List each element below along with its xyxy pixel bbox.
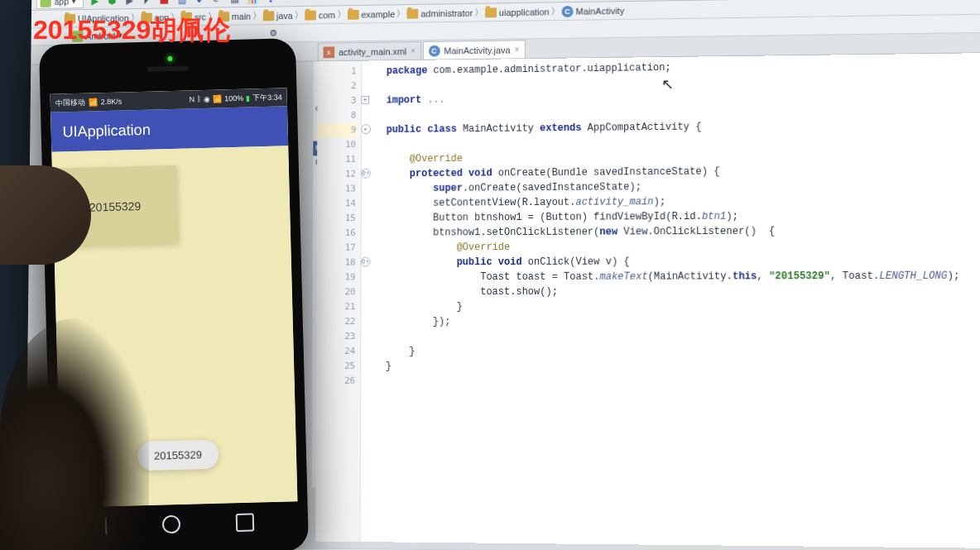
gear-icon[interactable]: ⚙ <box>267 28 279 39</box>
clock-label: 下午3:34 <box>252 92 282 103</box>
crumb-com[interactable]: com <box>303 10 337 20</box>
folder-icon <box>485 7 497 17</box>
recents-button[interactable] <box>235 513 254 532</box>
class-icon: C <box>429 45 440 56</box>
battery-icon: ▮ <box>246 94 250 103</box>
notification-led <box>167 56 172 61</box>
earpiece <box>147 65 189 71</box>
app-title: UIApplication <box>62 121 151 141</box>
override-icon[interactable]: o↑ <box>361 257 371 267</box>
folder-icon <box>407 8 419 18</box>
folder-icon <box>262 11 274 21</box>
run-button[interactable]: ▶ <box>89 0 101 7</box>
toast-message: 20155329 <box>137 440 219 471</box>
profile-button[interactable]: ⏵ <box>141 0 153 7</box>
override-icon[interactable]: o↑ <box>361 169 371 179</box>
line-gutter: 1 2 3+ 8 9▸ 10 11 12o↑ 13 14 15 16 17 18… <box>315 61 362 542</box>
location-icon: ◉ <box>204 95 210 103</box>
wifi-icon: 📶 <box>213 94 222 103</box>
crumb-admin[interactable]: administrator <box>406 7 474 18</box>
home-button[interactable] <box>162 515 181 534</box>
android-icon <box>40 0 50 7</box>
folder-icon <box>348 9 359 19</box>
tab-label: activity_main.xml <box>339 46 406 57</box>
run-config-label: app <box>55 0 70 6</box>
battery-label: 100% <box>224 94 243 103</box>
tab-label: MainActivity.java <box>444 45 510 55</box>
avd-button[interactable]: ▥ <box>175 0 189 6</box>
code-area[interactable]: package com.example.administrator.uiappl… <box>378 53 980 548</box>
monitor-button[interactable]: 📊 <box>246 0 259 5</box>
run-gutter-icon[interactable]: ▸ <box>361 124 371 134</box>
crumb-java[interactable]: java <box>262 11 295 21</box>
run-config-dropdown[interactable]: app ▾ <box>36 0 84 8</box>
class-icon: C <box>562 5 574 17</box>
crumb-class[interactable]: CMainActivity <box>560 5 627 17</box>
sync-button[interactable]: ⟳ <box>210 0 223 5</box>
tab-activity-main[interactable]: x activity_main.xml × <box>318 41 421 60</box>
tab-mainactivity[interactable]: C MainActivity.java × <box>423 40 526 59</box>
help-button[interactable]: ? <box>267 0 276 7</box>
sdk-button[interactable]: ⬇ <box>193 0 206 6</box>
stop-button[interactable] <box>158 0 171 6</box>
attach-button[interactable]: ▶ <box>123 0 136 7</box>
nfc-icon: N <box>190 95 195 103</box>
xml-icon: x <box>324 46 335 58</box>
cursor-icon: ↖ <box>661 75 674 93</box>
watermark-text: 20155329胡佩伦 <box>33 12 230 49</box>
debug-button[interactable]: ⬢ <box>106 0 118 7</box>
close-icon[interactable]: × <box>411 46 416 55</box>
code-editor[interactable]: 1 2 3+ 8 9▸ 10 11 12o↑ 13 14 15 16 17 18… <box>315 53 980 548</box>
hand-shadow <box>0 318 149 550</box>
layout-button[interactable]: ▦ <box>228 0 242 5</box>
folder-icon <box>305 10 316 20</box>
button-label: 20155329 <box>89 199 142 214</box>
crumb-pkg[interactable]: uiapplication <box>483 7 551 17</box>
carrier-label: 中国移动 <box>55 97 85 108</box>
bluetooth-icon: ᛒ <box>197 95 201 103</box>
crumb-example[interactable]: example <box>346 9 396 20</box>
toast-label: 20155329 <box>154 448 202 462</box>
app-toolbar: UIApplication <box>50 106 288 151</box>
speed-label: 2.8K/s <box>101 98 122 107</box>
signal-icon: 📶 <box>89 98 98 106</box>
chevron-down-icon: ▾ <box>72 0 77 6</box>
fold-icon[interactable]: + <box>361 96 369 104</box>
close-icon[interactable]: × <box>515 45 520 54</box>
